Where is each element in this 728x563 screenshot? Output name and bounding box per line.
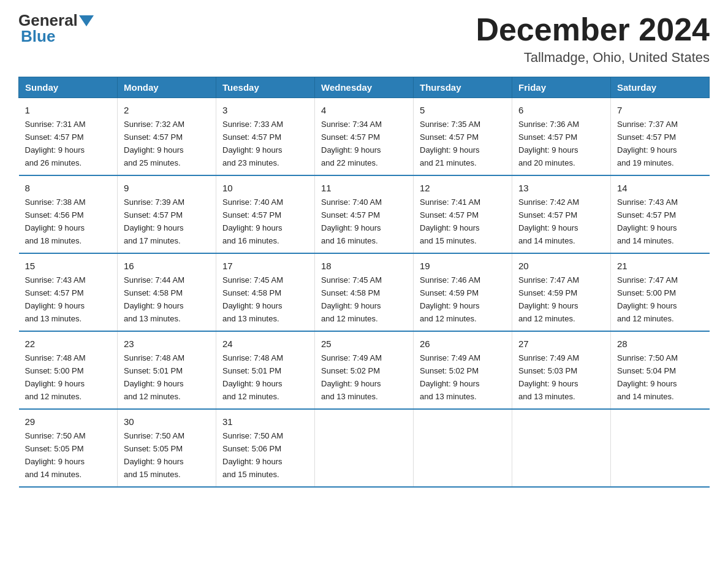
- day-number: 15: [25, 259, 112, 273]
- logo-triangle: [79, 15, 94, 26]
- calendar-day-cell: 31Sunrise: 7:50 AMSunset: 5:06 PMDayligh…: [216, 409, 315, 487]
- day-number: 18: [321, 259, 407, 273]
- day-number: 10: [222, 181, 308, 195]
- day-info: Sunrise: 7:37 AMSunset: 4:57 PMDaylight:…: [617, 120, 678, 167]
- day-info: Sunrise: 7:50 AMSunset: 5:05 PMDaylight:…: [25, 431, 86, 479]
- calendar-day-cell: 24Sunrise: 7:48 AMSunset: 5:01 PMDayligh…: [216, 331, 315, 409]
- calendar-header: Sunday Monday Tuesday Wednesday Thursday…: [19, 77, 710, 98]
- calendar-day-cell: 2Sunrise: 7:32 AMSunset: 4:57 PMDaylight…: [118, 98, 216, 175]
- calendar-day-cell: 11Sunrise: 7:40 AMSunset: 4:57 PMDayligh…: [315, 175, 414, 253]
- day-number: 12: [420, 181, 506, 195]
- day-info: Sunrise: 7:48 AMSunset: 5:01 PMDaylight:…: [124, 353, 184, 401]
- calendar-day-cell: 10Sunrise: 7:40 AMSunset: 4:57 PMDayligh…: [216, 175, 315, 253]
- day-info: Sunrise: 7:45 AMSunset: 4:58 PMDaylight:…: [222, 275, 283, 323]
- calendar-day-cell: 18Sunrise: 7:45 AMSunset: 4:58 PMDayligh…: [315, 253, 414, 331]
- day-number: 3: [222, 103, 308, 117]
- day-info: Sunrise: 7:47 AMSunset: 5:00 PMDaylight:…: [617, 275, 678, 323]
- day-number: 2: [124, 103, 210, 117]
- day-info: Sunrise: 7:33 AMSunset: 4:57 PMDaylight:…: [222, 120, 283, 167]
- logo-blue: Blue: [21, 27, 55, 46]
- calendar-table: Sunday Monday Tuesday Wednesday Thursday…: [18, 77, 710, 488]
- day-info: Sunrise: 7:44 AMSunset: 4:58 PMDaylight:…: [124, 275, 184, 323]
- day-number: 23: [124, 337, 210, 351]
- day-info: Sunrise: 7:45 AMSunset: 4:58 PMDaylight:…: [321, 275, 382, 323]
- day-info: Sunrise: 7:36 AMSunset: 4:57 PMDaylight:…: [518, 120, 579, 167]
- calendar-day-cell: 13Sunrise: 7:42 AMSunset: 4:57 PMDayligh…: [512, 175, 611, 253]
- day-info: Sunrise: 7:48 AMSunset: 5:01 PMDaylight:…: [222, 353, 283, 401]
- day-info: Sunrise: 7:38 AMSunset: 4:56 PMDaylight:…: [25, 197, 86, 245]
- day-info: Sunrise: 7:50 AMSunset: 5:04 PMDaylight:…: [617, 353, 678, 401]
- day-number: 22: [25, 337, 112, 351]
- calendar-day-cell: 1Sunrise: 7:31 AMSunset: 4:57 PMDaylight…: [19, 98, 118, 175]
- calendar-day-cell: 22Sunrise: 7:48 AMSunset: 5:00 PMDayligh…: [19, 331, 118, 409]
- day-info: Sunrise: 7:34 AMSunset: 4:57 PMDaylight:…: [321, 120, 382, 167]
- day-info: Sunrise: 7:49 AMSunset: 5:02 PMDaylight:…: [420, 353, 480, 401]
- calendar-body: 1Sunrise: 7:31 AMSunset: 4:57 PMDaylight…: [19, 98, 710, 487]
- logo-general: General: [18, 12, 78, 28]
- day-number: 14: [617, 181, 703, 195]
- calendar-day-cell: 14Sunrise: 7:43 AMSunset: 4:57 PMDayligh…: [611, 175, 710, 253]
- day-number: 21: [617, 259, 703, 273]
- calendar-day-cell: 28Sunrise: 7:50 AMSunset: 5:04 PMDayligh…: [611, 331, 710, 409]
- header-tuesday: Tuesday: [216, 77, 315, 98]
- day-number: 30: [124, 415, 210, 429]
- day-info: Sunrise: 7:50 AMSunset: 5:05 PMDaylight:…: [124, 431, 184, 479]
- header-friday: Friday: [512, 77, 611, 98]
- calendar-week-row: 22Sunrise: 7:48 AMSunset: 5:00 PMDayligh…: [19, 331, 710, 409]
- day-number: 13: [518, 181, 604, 195]
- day-info: Sunrise: 7:42 AMSunset: 4:57 PMDaylight:…: [518, 197, 579, 245]
- day-number: 7: [617, 103, 703, 117]
- day-number: 19: [420, 259, 506, 273]
- day-number: 27: [518, 337, 604, 351]
- calendar-day-cell: 4Sunrise: 7:34 AMSunset: 4:57 PMDaylight…: [315, 98, 414, 175]
- calendar-subtitle: Tallmadge, Ohio, United States: [476, 50, 710, 66]
- day-number: 8: [25, 181, 112, 195]
- day-number: 5: [420, 103, 506, 117]
- calendar-day-cell: 8Sunrise: 7:38 AMSunset: 4:56 PMDaylight…: [19, 175, 118, 253]
- calendar-day-cell: 12Sunrise: 7:41 AMSunset: 4:57 PMDayligh…: [414, 175, 512, 253]
- calendar-day-cell: 21Sunrise: 7:47 AMSunset: 5:00 PMDayligh…: [611, 253, 710, 331]
- day-info: Sunrise: 7:32 AMSunset: 4:57 PMDaylight:…: [124, 120, 184, 167]
- calendar-day-cell: 30Sunrise: 7:50 AMSunset: 5:05 PMDayligh…: [118, 409, 216, 487]
- day-info: Sunrise: 7:39 AMSunset: 4:57 PMDaylight:…: [124, 197, 184, 245]
- calendar-day-cell: 20Sunrise: 7:47 AMSunset: 4:59 PMDayligh…: [512, 253, 611, 331]
- calendar-day-cell: 3Sunrise: 7:33 AMSunset: 4:57 PMDaylight…: [216, 98, 315, 175]
- day-info: Sunrise: 7:43 AMSunset: 4:57 PMDaylight:…: [617, 197, 678, 245]
- day-info: Sunrise: 7:49 AMSunset: 5:03 PMDaylight:…: [518, 353, 579, 401]
- day-number: 29: [25, 415, 112, 429]
- day-number: 25: [321, 337, 407, 351]
- day-info: Sunrise: 7:40 AMSunset: 4:57 PMDaylight:…: [222, 197, 283, 245]
- calendar-week-row: 15Sunrise: 7:43 AMSunset: 4:57 PMDayligh…: [19, 253, 710, 331]
- day-number: 6: [518, 103, 604, 117]
- calendar-day-cell: [512, 409, 611, 487]
- day-number: 17: [222, 259, 308, 273]
- day-info: Sunrise: 7:47 AMSunset: 4:59 PMDaylight:…: [518, 275, 579, 323]
- day-number: 16: [124, 259, 210, 273]
- calendar-day-cell: 5Sunrise: 7:35 AMSunset: 4:57 PMDaylight…: [414, 98, 512, 175]
- day-number: 11: [321, 181, 407, 195]
- day-info: Sunrise: 7:50 AMSunset: 5:06 PMDaylight:…: [222, 431, 283, 479]
- calendar-day-cell: 23Sunrise: 7:48 AMSunset: 5:01 PMDayligh…: [118, 331, 216, 409]
- day-number: 26: [420, 337, 506, 351]
- calendar-day-cell: 27Sunrise: 7:49 AMSunset: 5:03 PMDayligh…: [512, 331, 611, 409]
- calendar-day-cell: [315, 409, 414, 487]
- calendar-week-row: 29Sunrise: 7:50 AMSunset: 5:05 PMDayligh…: [19, 409, 710, 487]
- header-monday: Monday: [118, 77, 216, 98]
- day-info: Sunrise: 7:48 AMSunset: 5:00 PMDaylight:…: [25, 353, 86, 401]
- calendar-day-cell: [414, 409, 512, 487]
- day-info: Sunrise: 7:43 AMSunset: 4:57 PMDaylight:…: [25, 275, 86, 323]
- calendar-day-cell: 7Sunrise: 7:37 AMSunset: 4:57 PMDaylight…: [611, 98, 710, 175]
- calendar-day-cell: 15Sunrise: 7:43 AMSunset: 4:57 PMDayligh…: [19, 253, 118, 331]
- calendar-day-cell: 9Sunrise: 7:39 AMSunset: 4:57 PMDaylight…: [118, 175, 216, 253]
- calendar-title: December 2024: [476, 12, 710, 47]
- day-number: 9: [124, 181, 210, 195]
- calendar-day-cell: 6Sunrise: 7:36 AMSunset: 4:57 PMDaylight…: [512, 98, 611, 175]
- day-number: 31: [222, 415, 308, 429]
- page-header: General Blue December 2024 Tallmadge, Oh…: [18, 12, 710, 66]
- day-info: Sunrise: 7:46 AMSunset: 4:59 PMDaylight:…: [420, 275, 480, 323]
- day-info: Sunrise: 7:40 AMSunset: 4:57 PMDaylight:…: [321, 197, 382, 245]
- calendar-week-row: 1Sunrise: 7:31 AMSunset: 4:57 PMDaylight…: [19, 98, 710, 175]
- day-info: Sunrise: 7:41 AMSunset: 4:57 PMDaylight:…: [420, 197, 480, 245]
- day-info: Sunrise: 7:31 AMSunset: 4:57 PMDaylight:…: [25, 120, 86, 167]
- day-number: 20: [518, 259, 604, 273]
